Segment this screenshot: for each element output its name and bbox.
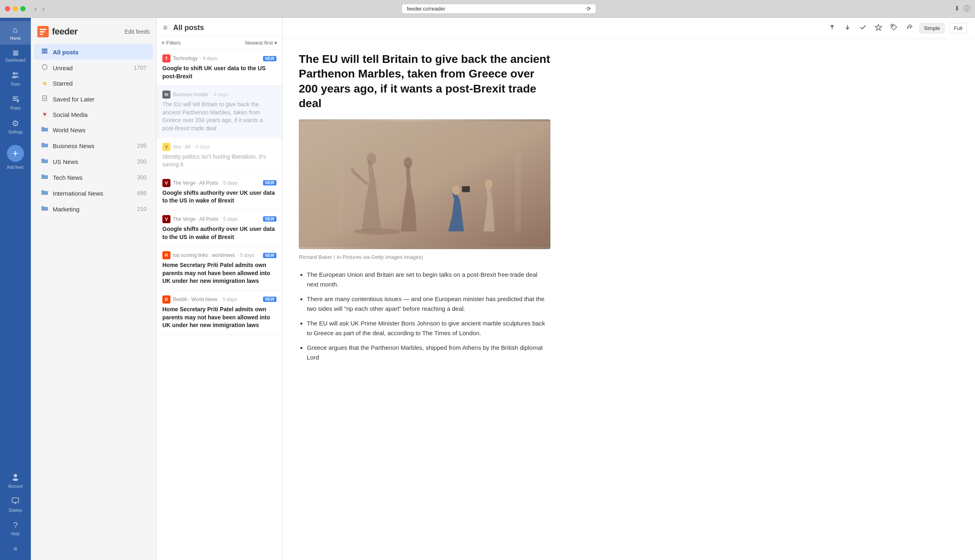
back-button[interactable]: ‹ xyxy=(32,4,39,13)
post-source-icon: R xyxy=(162,251,170,259)
post-item[interactable]: V The Verge · All Posts · 5 days NEW Goo… xyxy=(157,174,282,210)
rules-icon xyxy=(11,95,19,104)
post-item[interactable]: R Reddit - World News · 5 days NEW Home … xyxy=(157,291,282,335)
filters-button[interactable]: ≡ Filters xyxy=(162,40,181,46)
svg-rect-15 xyxy=(42,52,47,54)
svg-rect-25 xyxy=(462,186,470,192)
post-age: · 4 days xyxy=(211,92,228,97)
home-icon: ⌂ xyxy=(13,25,18,34)
forward-button[interactable]: › xyxy=(40,4,47,13)
reload-icon[interactable]: ⟳ xyxy=(587,6,591,12)
star-button[interactable] xyxy=(873,22,884,34)
add-feed-section: + Add feed xyxy=(7,142,24,170)
post-meta: R top scoring links : worldnews · 5 days… xyxy=(162,251,276,259)
starred-icon: ★ xyxy=(41,80,49,87)
svg-point-3 xyxy=(15,76,19,78)
starred-name: Starred xyxy=(53,80,147,87)
sidebar-item-dashboard[interactable]: ▦ Dashboard xyxy=(0,45,31,67)
maximize-button[interactable] xyxy=(20,6,26,11)
share-button[interactable] xyxy=(904,22,915,34)
prev-article-button[interactable] xyxy=(827,22,837,34)
svg-rect-10 xyxy=(12,498,19,502)
post-source-name: Technology xyxy=(173,56,198,61)
sort-button[interactable]: Newest first ▾ xyxy=(245,40,277,46)
feed-item-international-news[interactable]: International News 695 xyxy=(34,185,153,201)
minimize-button[interactable] xyxy=(13,6,18,11)
sidebar-item-settings[interactable]: ⚙ Settings xyxy=(0,114,31,138)
post-meta: R Reddit - World News · 5 days NEW xyxy=(162,295,276,304)
feed-item-business-news[interactable]: Business News 295 xyxy=(34,138,153,153)
download-icon[interactable]: ⬇ xyxy=(954,4,960,13)
sidebar-item-home[interactable]: ⌂ Home xyxy=(0,21,31,45)
post-new-badge: NEW xyxy=(263,297,276,302)
feed-item-marketing[interactable]: Marketing 210 xyxy=(34,201,153,217)
post-source-icon: R xyxy=(162,295,170,304)
svg-rect-14 xyxy=(42,51,47,52)
post-age: · 5 days xyxy=(220,297,237,302)
full-view-button[interactable]: Full xyxy=(949,23,967,33)
feeder-logo-icon xyxy=(37,26,49,37)
post-item[interactable]: BI Business Insider · 4 days The EU will… xyxy=(157,86,282,138)
edit-feeds-button[interactable]: Edit feeds xyxy=(125,28,150,35)
simple-view-button[interactable]: Simple xyxy=(919,23,945,33)
rules-label: Rules xyxy=(10,106,21,110)
post-item[interactable]: R top scoring links : worldnews · 5 days… xyxy=(157,246,282,291)
us-news-count: 200 xyxy=(137,158,147,165)
bullet-item: The European Union and Britain are set t… xyxy=(307,270,550,289)
bullet-item: Greece argues that the Parthenon Marbles… xyxy=(307,343,550,362)
address-bar[interactable]: feeder.co/reader ⟳ xyxy=(401,4,596,14)
feed-item-tech-news[interactable]: Tech News 300 xyxy=(34,170,153,185)
add-feed-button[interactable]: + xyxy=(7,145,24,162)
post-meta: V Vox · All · 4 days xyxy=(162,143,276,151)
international-news-icon xyxy=(41,189,49,197)
world-news-name: World News xyxy=(53,127,147,134)
mark-read-button[interactable] xyxy=(858,22,868,34)
posts-header: ≡ All posts xyxy=(157,18,282,37)
sidebar-item-help[interactable]: ? Help xyxy=(6,517,24,540)
feed-item-social-media[interactable]: ♥ Social Media xyxy=(34,107,153,122)
svg-rect-27 xyxy=(338,141,344,231)
sort-icon: ▾ xyxy=(274,40,277,46)
feed-item-starred[interactable]: ★ Starred xyxy=(34,76,153,91)
sidebar-item-collapse[interactable]: « xyxy=(6,540,24,557)
post-source-icon: BI xyxy=(162,90,170,99)
feed-item-unread[interactable]: Unread 1707 xyxy=(34,60,153,75)
info-icon[interactable]: ⓘ xyxy=(964,4,970,13)
svg-point-22 xyxy=(367,153,376,164)
feed-item-saved-later[interactable]: Saved for Later xyxy=(34,91,153,107)
dashboard-icon: ▦ xyxy=(13,49,19,56)
svg-rect-13 xyxy=(42,49,47,50)
tech-news-count: 300 xyxy=(137,174,147,181)
us-news-name: US News xyxy=(53,158,137,165)
svg-rect-28 xyxy=(515,153,521,231)
home-label: Home xyxy=(10,36,21,41)
post-item[interactable]: T Technology · 4 days NEW Google to shif… xyxy=(157,50,282,86)
tag-button[interactable] xyxy=(889,22,899,34)
display-label: Display xyxy=(9,508,22,513)
hamburger-icon[interactable]: ≡ xyxy=(163,24,168,32)
post-age: · 5 days xyxy=(220,180,237,186)
post-source-name: The Verge · All Posts xyxy=(173,180,218,186)
post-item[interactable]: V The Verge · All Posts · 5 days NEW Goo… xyxy=(157,210,282,246)
post-meta: BI Business Insider · 4 days xyxy=(162,90,276,99)
sidebar-item-display[interactable]: Display xyxy=(6,493,24,517)
next-article-button[interactable] xyxy=(842,22,853,34)
sidebar-item-rules[interactable]: Rules xyxy=(0,90,31,114)
app-logo-text: feeder xyxy=(52,26,78,37)
feed-item-us-news[interactable]: US News 200 xyxy=(34,154,153,169)
svg-point-16 xyxy=(42,65,47,69)
team-label: Team xyxy=(11,82,20,86)
feed-item-world-news[interactable]: World News xyxy=(34,122,153,138)
sidebar-item-account[interactable]: Account xyxy=(6,469,24,493)
help-label: Help xyxy=(11,532,20,536)
sidebar-item-team[interactable]: Team xyxy=(0,67,31,90)
post-title: Identity politics isn't hurting liberali… xyxy=(162,153,276,169)
close-button[interactable] xyxy=(5,6,10,11)
post-item[interactable]: V Vox · All · 4 days Identity politics i… xyxy=(157,138,282,174)
article-image xyxy=(299,119,550,249)
post-source-icon: V xyxy=(162,179,170,187)
svg-point-1 xyxy=(16,72,18,75)
post-title: Home Secretary Priti Patel admits own pa… xyxy=(162,261,276,285)
feed-item-all-posts[interactable]: All posts xyxy=(34,44,153,60)
post-title: The EU will tell Britain to give back th… xyxy=(162,101,276,132)
